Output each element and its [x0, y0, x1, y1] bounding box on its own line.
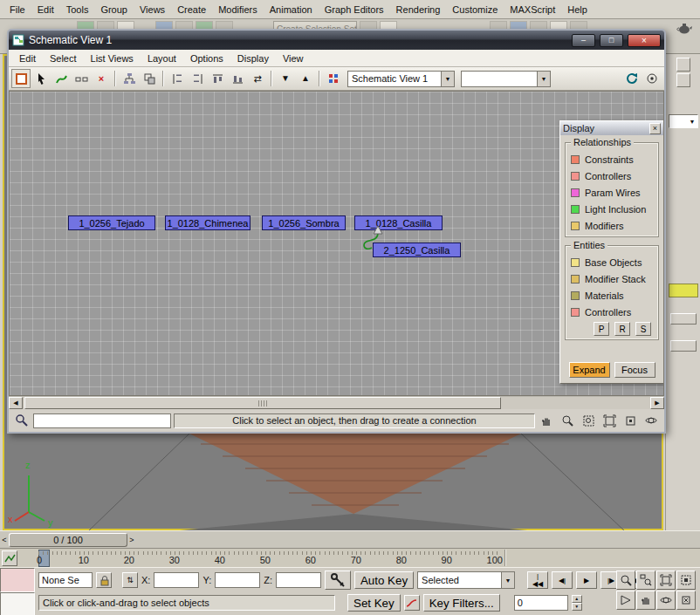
command-panel-button[interactable]: [670, 340, 697, 352]
display-floater-titlebar[interactable]: Display ×: [560, 121, 663, 135]
schematic-node[interactable]: 1_0128_Chimenea: [165, 215, 250, 230]
spinner-down-icon[interactable]: ▼: [572, 603, 582, 611]
focus-button[interactable]: Focus: [614, 362, 655, 378]
display-toggle-row[interactable]: Materials: [571, 287, 655, 304]
scrollbar-thumb[interactable]: [24, 397, 501, 409]
menu-item[interactable]: Edit: [12, 51, 43, 65]
display-toggle-row[interactable]: Modifiers: [571, 217, 655, 234]
mini-curve-editor-icon[interactable]: [2, 550, 17, 566]
schematic-node[interactable]: 1_0256_Tejado: [68, 215, 155, 230]
pan-hand-icon[interactable]: [636, 591, 655, 610]
absolute-offset-toggle[interactable]: ⇅: [122, 572, 138, 588]
z-coordinate-field[interactable]: [276, 572, 321, 588]
time-slider-prev-icon[interactable]: <: [0, 533, 9, 547]
spinner-up-icon[interactable]: ▲: [572, 595, 582, 603]
minimize-button[interactable]: –: [572, 34, 595, 47]
menu-item[interactable]: Tools: [60, 2, 95, 17]
menu-item[interactable]: Group: [94, 2, 134, 17]
align-top-button[interactable]: [208, 69, 227, 88]
menu-item[interactable]: Customize: [446, 2, 504, 17]
display-toggle-row[interactable]: Modifier Stack: [571, 270, 655, 287]
arc-rotate-icon[interactable]: [656, 591, 676, 610]
menu-item[interactable]: Select: [43, 51, 84, 65]
set-key-button[interactable]: Set Key: [347, 594, 401, 612]
chevron-down-icon[interactable]: ▼: [537, 72, 550, 86]
field-of-view-icon[interactable]: [616, 591, 635, 610]
menu-item[interactable]: Layout: [141, 51, 183, 65]
scroll-right-icon[interactable]: ▶: [650, 397, 664, 409]
go-to-start-button[interactable]: |◀◀: [527, 571, 548, 589]
display-toggle-row[interactable]: Controllers: [571, 304, 655, 320]
menu-item[interactable]: File: [3, 2, 31, 17]
command-panel-tab-icon[interactable]: [676, 58, 690, 72]
track-bar[interactable]: 0102030405060708090100: [0, 548, 700, 567]
pan-rotate-icon[interactable]: [642, 412, 661, 429]
default-tangent-icon[interactable]: [404, 595, 420, 611]
pan-hand-icon[interactable]: [538, 412, 556, 429]
display-toggle-row[interactable]: Param Wires: [571, 184, 655, 201]
x-coordinate-field[interactable]: [154, 572, 199, 588]
toggle-arrange-button[interactable]: ⇄: [248, 69, 267, 88]
menu-item[interactable]: Create: [171, 2, 212, 17]
zoom-icon[interactable]: [559, 412, 577, 429]
menu-item[interactable]: Edit: [31, 2, 60, 17]
menu-item[interactable]: Options: [183, 51, 230, 65]
unshrink-button[interactable]: ▲: [296, 69, 315, 88]
frame-spinner[interactable]: ▲ ▼: [572, 595, 582, 611]
close-icon[interactable]: ×: [649, 123, 661, 134]
current-frame-field[interactable]: 0: [514, 595, 568, 611]
zoom-extents-icon[interactable]: [656, 571, 676, 590]
find-input[interactable]: [33, 413, 171, 428]
display-toggle-row[interactable]: Base Objects: [571, 254, 655, 270]
menu-item[interactable]: Rendering: [390, 2, 447, 17]
command-panel-button[interactable]: [670, 313, 697, 325]
unlink-button[interactable]: [72, 69, 91, 88]
zoom-extents-all-icon[interactable]: [676, 571, 696, 590]
menu-item[interactable]: MAXScript: [504, 2, 561, 17]
menu-item[interactable]: Display: [230, 51, 276, 65]
expand-button[interactable]: Expand: [569, 362, 610, 378]
zoom-icon[interactable]: [616, 571, 635, 590]
prs-button[interactable]: P: [594, 322, 609, 336]
prs-button[interactable]: S: [635, 322, 651, 336]
time-slider-next-icon[interactable]: >: [127, 533, 136, 547]
zoom-all-icon[interactable]: [636, 571, 655, 590]
menu-item[interactable]: Animation: [264, 2, 319, 17]
align-left-button[interactable]: [168, 69, 187, 88]
close-button[interactable]: ×: [628, 34, 661, 47]
prs-button[interactable]: R: [614, 322, 630, 336]
hierarchy-mode-button[interactable]: [120, 69, 139, 88]
listener-script-pane[interactable]: [0, 592, 35, 615]
auto-key-button[interactable]: Auto Key: [354, 571, 414, 589]
chevron-down-icon[interactable]: ▼: [441, 72, 454, 86]
find-icon[interactable]: [12, 412, 31, 429]
align-right-button[interactable]: [188, 69, 207, 88]
chevron-down-icon[interactable]: ▼: [501, 572, 514, 588]
display-toggle-row[interactable]: Controllers: [571, 167, 655, 184]
menu-item[interactable]: View: [276, 51, 311, 65]
scrollbar-track[interactable]: [23, 397, 650, 409]
display-toggle-row[interactable]: Light Inclusion: [571, 201, 655, 217]
menu-item[interactable]: List Views: [84, 51, 141, 65]
schematic-canvas[interactable]: 1_0256_Tejado 1_0128_Chimenea 1_0256_Som…: [9, 91, 664, 396]
menu-item[interactable]: Modifiers: [212, 2, 264, 17]
preferences-button[interactable]: [324, 69, 343, 88]
secondary-combobox[interactable]: ▼: [461, 71, 551, 87]
select-button[interactable]: [31, 69, 51, 88]
shrink-selected-button[interactable]: ▼: [276, 69, 295, 88]
color-swatch[interactable]: [669, 284, 698, 297]
zoom-region-icon[interactable]: [580, 412, 598, 429]
set-key-icon[interactable]: [325, 571, 351, 590]
previous-frame-button[interactable]: ◀|: [552, 571, 573, 589]
time-slider[interactable]: 0 / 100: [9, 533, 127, 547]
menu-item[interactable]: Views: [134, 2, 171, 17]
display-toggle-row[interactable]: Constraints: [571, 151, 655, 167]
listener-macro-pane[interactable]: [0, 568, 35, 592]
scroll-left-icon[interactable]: ◀: [9, 397, 23, 409]
key-filters-button[interactable]: Key Filters...: [423, 594, 500, 612]
play-button[interactable]: ▶: [576, 571, 597, 589]
teapot-icon[interactable]: [676, 21, 693, 37]
display-floater-button[interactable]: [11, 69, 31, 88]
zoom-extents-icon[interactable]: [600, 412, 619, 429]
reference-mode-button[interactable]: [140, 69, 159, 88]
